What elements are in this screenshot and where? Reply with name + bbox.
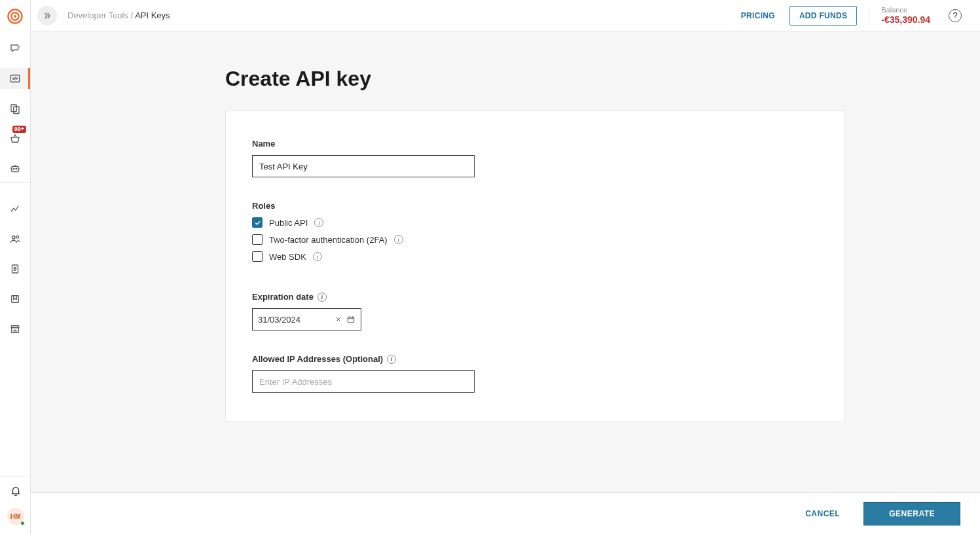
badge-count: 99+ [12,126,26,133]
pricing-link[interactable]: PRICING [741,11,775,20]
ip-label: Allowed IP Addresses (Optional) i [252,354,818,364]
nav-bookmark-icon[interactable] [0,289,30,310]
nav-analytics-icon[interactable] [0,198,30,219]
svg-point-9 [12,236,16,240]
form-card: Name Roles Public API i Two-factor authe… [225,111,844,422]
balance-label: Balance [881,6,930,14]
nav-doc-icon[interactable] [0,258,30,279]
calendar-icon[interactable] [346,315,355,324]
avatar-initials: HM [10,513,21,520]
roles-label: Roles [252,201,818,211]
add-funds-button[interactable]: ADD FUNDS [789,6,857,26]
notifications-icon[interactable] [0,476,31,505]
sidebar: 99+ HM [0,0,31,534]
main-content: Create API key Name Roles Public API i T… [31,31,980,534]
expiration-value: 31/03/2024 [258,315,331,325]
breadcrumb-parent[interactable]: Developer Tools [67,10,128,20]
sidebar-bottom: HM [0,476,31,534]
role-label: Two-factor authentication (2FA) [269,235,388,245]
breadcrumb: Developer Tools / API Keys [67,10,170,20]
breadcrumb-current: API Keys [135,10,170,20]
cancel-button[interactable]: CANCEL [805,509,840,518]
vertical-divider [869,8,869,24]
balance-value: -€35,390.94 [881,14,930,25]
expiration-label: Expiration date i [252,292,818,302]
svg-point-7 [13,168,14,169]
role-row-2fa: Two-factor authentication (2FA) i [252,234,818,245]
svg-point-2 [14,15,16,18]
info-icon[interactable]: i [387,355,396,364]
role-checkbox[interactable] [252,251,263,262]
page-title: Create API key [225,67,980,91]
nav-developer-tools-icon[interactable] [0,68,30,89]
clear-date-icon[interactable] [335,315,342,323]
expiration-input[interactable]: 31/03/2024 [252,308,361,330]
role-row-web-sdk: Web SDK i [252,251,818,262]
help-button[interactable]: ? [949,9,962,22]
svg-point-8 [16,168,17,169]
nav-basket-icon[interactable]: 99+ [0,128,30,149]
svg-point-10 [16,236,19,238]
name-label: Name [252,139,818,149]
info-icon[interactable]: i [313,252,322,261]
ip-input[interactable] [252,370,475,393]
role-checkbox[interactable] [252,234,263,245]
expand-sidebar-button[interactable] [37,6,57,26]
svg-rect-13 [348,317,354,323]
user-avatar[interactable]: HM [7,508,24,525]
topbar: Developer Tools / API Keys PRICING ADD F… [31,0,980,31]
info-icon[interactable]: i [318,293,327,302]
info-icon[interactable]: i [394,235,403,244]
role-label: Public API [269,218,308,228]
nav-users-icon[interactable] [0,228,30,249]
role-row-public-api: Public API i [252,217,818,228]
balance-block: Balance -€35,390.94 [881,6,930,25]
footer-bar: CANCEL GENERATE [31,492,980,534]
generate-button[interactable]: GENERATE [863,502,960,525]
nav-copy-icon[interactable] [0,98,30,119]
name-input[interactable] [252,155,475,177]
nav-shop-icon[interactable] [0,319,30,340]
svg-rect-6 [12,166,19,171]
status-dot [20,521,25,525]
role-checkbox[interactable] [252,217,263,228]
role-label: Web SDK [269,252,306,262]
app-logo[interactable] [7,8,24,25]
nav-inbox-icon[interactable] [0,38,30,59]
info-icon[interactable]: i [314,218,323,227]
nav-bot-icon[interactable] [0,158,30,179]
